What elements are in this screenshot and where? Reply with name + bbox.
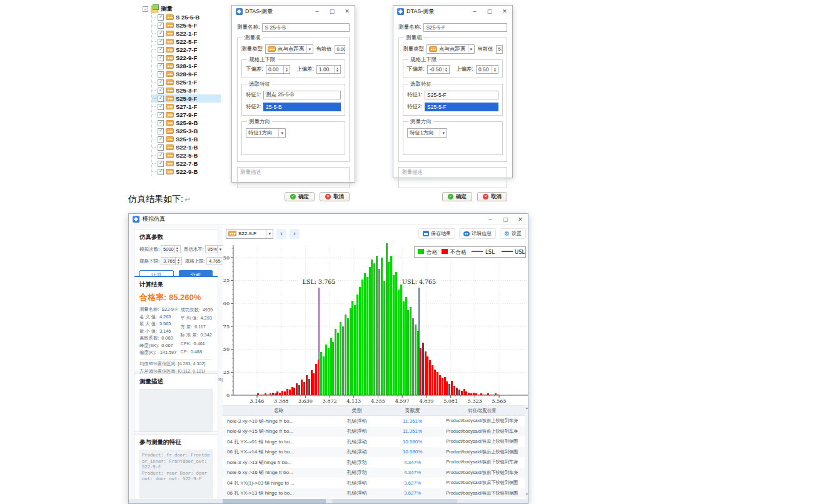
scroll-down-icon[interactable]: ▼ — [525, 491, 528, 497]
tree-item[interactable]: S22-5-B — [152, 151, 221, 159]
dialog-titlebar[interactable]: DTAS-测量 – ▢ ✕ — [232, 6, 355, 17]
measure-description-textarea[interactable]: 测量描述 — [398, 167, 507, 188]
checkbox-icon[interactable] — [158, 79, 164, 86]
detail-info-button[interactable]: 详细信息 — [459, 228, 496, 239]
table-row[interactable]: 04 孔 YX(1)->03 销 hinge to ...孔销浮动3.627%P… — [223, 478, 525, 488]
tree-item[interactable]: S22-1-B — [152, 143, 221, 151]
measure-name-input[interactable]: S25-5-F — [423, 23, 507, 32]
spinner-arrows-icon[interactable]: ▲▼ — [174, 246, 180, 253]
tree-item[interactable]: S 25-5-B — [152, 13, 221, 21]
tree-item[interactable]: S22-7-F — [152, 46, 221, 54]
checkbox-icon[interactable] — [158, 128, 164, 134]
tree-item[interactable]: S27-9-F — [152, 111, 221, 119]
table-scrollbar[interactable]: ▲ ▼ — [525, 405, 528, 504]
checkbox-icon[interactable] — [158, 71, 164, 78]
tree-item[interactable]: S25-3-B — [152, 127, 221, 135]
checkbox-icon[interactable] — [158, 96, 164, 102]
ok-button[interactable]: ✓确定 — [285, 192, 315, 201]
checkbox-icon[interactable] — [158, 112, 164, 118]
checkbox-icon[interactable] — [158, 47, 164, 53]
tree-item[interactable]: S28-9-F — [152, 70, 221, 78]
checkbox-icon[interactable] — [158, 153, 164, 159]
upper-deviation-input[interactable]: 1.00▲▼ — [316, 65, 341, 74]
measure-name-input[interactable]: S 25-5-B — [262, 23, 350, 32]
confidence-select[interactable]: 95%▾ — [205, 245, 225, 253]
direction-select[interactable]: 特征1方向 ▾ — [246, 128, 286, 138]
spinner-arrows-icon[interactable]: ▲▼ — [283, 66, 290, 73]
spinner-arrows-icon[interactable]: ▲▼ — [443, 66, 449, 73]
maximize-icon[interactable]: ▢ — [328, 8, 336, 14]
description-box[interactable] — [139, 389, 213, 431]
feature1-input[interactable]: 测点 25-5-B — [263, 91, 341, 99]
measure-type-select[interactable]: 点与点距离 ▾ — [265, 44, 313, 54]
scroll-up-icon[interactable]: ▲ — [525, 405, 528, 411]
save-results-button[interactable]: 保存结果 — [418, 228, 455, 239]
collapse-icon[interactable]: − — [143, 6, 148, 12]
close-icon[interactable]: ✕ — [501, 8, 508, 14]
checkbox-icon[interactable] — [158, 23, 164, 29]
spec-lower-input[interactable]: 3.765▲▼ — [161, 257, 182, 265]
tree-item[interactable]: S25-5-F — [152, 21, 221, 29]
checkbox-icon[interactable] — [158, 169, 164, 175]
next-button[interactable]: › — [290, 229, 300, 239]
lower-deviation-input[interactable]: -0.50▲▼ — [427, 65, 450, 74]
cancel-button[interactable]: ✕取消 — [320, 192, 350, 201]
tree-item[interactable]: S25-3-F — [152, 86, 221, 94]
feature2-input[interactable]: S25-5-F — [425, 103, 498, 111]
close-icon[interactable]: ✕ — [517, 216, 524, 223]
checkbox-icon[interactable] — [158, 120, 164, 126]
dialog-titlebar[interactable]: DTAS-测量 – ▢ ✕ — [393, 6, 512, 17]
tree-item[interactable]: S22-9-B — [152, 168, 221, 176]
cancel-button[interactable]: ✕取消 — [477, 192, 507, 201]
tree-item[interactable]: S25-1-B — [152, 135, 221, 143]
checkbox-icon[interactable] — [158, 144, 164, 151]
runs-input[interactable]: 5000▲▼ — [161, 245, 181, 253]
close-icon[interactable]: ✕ — [343, 8, 351, 14]
direction-select[interactable]: 特征1方向 ▾ — [407, 128, 447, 138]
table-row[interactable]: 06 孔 YX->13 销 hinge to bo...孔销浮动3.627%Pr… — [223, 488, 525, 499]
spinner-arrows-icon[interactable]: ▲▼ — [175, 258, 181, 265]
checkbox-icon[interactable] — [158, 161, 164, 167]
tree-item[interactable]: S22-9-F — [152, 54, 221, 62]
checkbox-icon[interactable] — [158, 88, 164, 94]
measure-type-select[interactable]: 点与点距离 ▾ — [427, 44, 475, 54]
minimize-icon[interactable]: – — [487, 216, 494, 223]
spinner-arrows-icon[interactable]: ▲▼ — [334, 66, 340, 73]
lower-deviation-input[interactable]: 0.00▲▼ — [266, 65, 290, 74]
table-row[interactable]: hole-3 xy->10 销-hinge fr bo...孔销浮动11.351… — [223, 416, 525, 426]
tree-item[interactable]: S28-1-F — [152, 62, 221, 70]
tree-item[interactable]: S27-1-F — [152, 103, 221, 111]
table-row[interactable]: hole-3 xy->13 销hinge fr bo...孔销浮动4.347%P… — [223, 457, 525, 468]
tree-item[interactable]: S22-5-F — [152, 38, 221, 46]
tree-item[interactable]: S22-1-F — [152, 29, 221, 38]
maximize-icon[interactable]: ▢ — [486, 8, 493, 14]
prev-button[interactable]: ‹ — [276, 229, 286, 239]
minimize-icon[interactable]: – — [471, 8, 478, 14]
checkbox-icon[interactable] — [158, 104, 164, 110]
checkbox-icon[interactable] — [158, 14, 164, 21]
table-row[interactable]: hole-6 xy->16 销 hinge fr bo...孔销浮动4.347%… — [223, 468, 525, 478]
table-row[interactable]: hole-8 xy->15 销-hinge fr bo...孔销浮动11.351… — [223, 426, 525, 437]
maximize-icon[interactable]: ▢ — [502, 216, 509, 223]
tree-item[interactable]: S25-1-F — [152, 78, 221, 86]
window-titlebar[interactable]: 模拟仿真 – ▢ ✕ — [129, 214, 528, 225]
tree-root-row[interactable]: − 测量 — [143, 4, 221, 13]
table-row[interactable]: 04 孔 YX->01 销 hinge to bo...孔销浮动10.580%P… — [223, 436, 525, 447]
spinner-arrows-icon[interactable]: ▲▼ — [492, 66, 498, 73]
upper-deviation-input[interactable]: 0.50▲▼ — [476, 65, 498, 74]
feature2-input[interactable]: 25-5-B — [263, 103, 341, 111]
minimize-icon[interactable]: – — [313, 8, 321, 14]
checkbox-icon[interactable] — [158, 39, 164, 45]
ok-button[interactable]: ✓确定 — [442, 192, 472, 201]
horizontal-scrollbar[interactable] — [129, 499, 528, 503]
checkbox-icon[interactable] — [158, 31, 164, 37]
current-value-input[interactable]: 57746 — [496, 45, 503, 54]
tree-item[interactable]: S22-7-B — [152, 159, 221, 168]
table-row[interactable]: 06 孔 YX->14 销 hinge to bo...孔销浮动10.580%P… — [223, 447, 525, 458]
measurement-select[interactable]: S22-9-F ▾ — [226, 229, 273, 239]
feature1-input[interactable]: S25-5-F — [425, 91, 498, 99]
current-value-input[interactable]: 0.00168006 — [335, 45, 345, 54]
checkbox-icon[interactable] — [158, 136, 164, 143]
measure-description-textarea[interactable]: 测量描述 — [237, 167, 350, 188]
checkbox-icon[interactable] — [158, 55, 164, 61]
